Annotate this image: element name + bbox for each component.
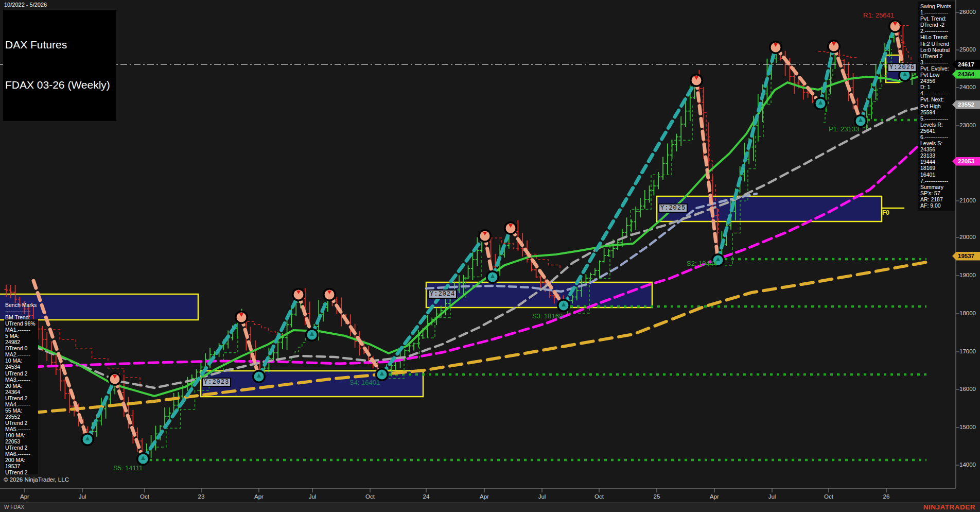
pivot-high-marker[interactable] bbox=[323, 288, 336, 301]
instrument-name: DAX Futures bbox=[5, 38, 110, 52]
price-axis-tick-label[interactable]: 15000 bbox=[959, 424, 976, 430]
bench-marks-panel: Bench Marks--------------BM Trend:UTrend… bbox=[5, 302, 39, 475]
ma-100-line[interactable] bbox=[33, 138, 926, 367]
price-badge-200-MA: 19537 bbox=[952, 252, 980, 261]
pivot-level-label: S4: 16401 bbox=[349, 379, 380, 386]
pivot-high-marker[interactable] bbox=[292, 288, 305, 301]
pivot-high-marker[interactable] bbox=[478, 229, 492, 243]
year-box-label[interactable]: Y:2024 bbox=[428, 289, 457, 299]
price-axis-tick-label[interactable]: 25000 bbox=[959, 46, 976, 53]
panel-line: Pvt Low bbox=[920, 72, 955, 78]
time-axis-tick-label[interactable]: Oct bbox=[140, 493, 149, 500]
time-axis-tick-label[interactable]: Apr bbox=[254, 493, 264, 500]
time-axis-tick-label[interactable]: Jul bbox=[309, 493, 317, 500]
pivot-level-label: S3: 18169 bbox=[532, 312, 563, 320]
panel-line: 19444 bbox=[920, 159, 955, 165]
time-axis-tick-label[interactable]: Oct bbox=[824, 493, 833, 500]
time-axis-tick-label[interactable]: Jul bbox=[79, 493, 86, 500]
pivot-high-marker[interactable] bbox=[690, 74, 703, 87]
panel-line: Levels S: bbox=[920, 140, 955, 146]
price-axis-tick-label[interactable]: 18000 bbox=[959, 310, 976, 316]
time-axis-tick-label[interactable]: Jul bbox=[768, 493, 776, 500]
pivot-level-label: R1: 25641 bbox=[863, 11, 894, 19]
time-axis-tick-label[interactable]: 23 bbox=[198, 493, 205, 500]
swing-up-line[interactable] bbox=[87, 379, 115, 439]
swing-up-line[interactable] bbox=[718, 47, 776, 260]
swing-down-line[interactable] bbox=[241, 317, 259, 377]
year-box-label[interactable]: Y:2025 bbox=[658, 203, 688, 213]
hilo-step-up-line bbox=[725, 72, 771, 265]
year-box-label[interactable]: Y:2026 bbox=[887, 63, 917, 72]
time-axis-tick-label[interactable]: Oct bbox=[594, 493, 604, 500]
chart-tab-label[interactable]: W FDAX bbox=[4, 504, 24, 510]
time-axis-tick-label[interactable]: 25 bbox=[654, 493, 660, 500]
panel-line: 24356 bbox=[920, 78, 955, 84]
panel-line: 3.------------- bbox=[920, 59, 955, 65]
panel-line: 5.------------- bbox=[920, 115, 955, 122]
panel-line: 22053 bbox=[5, 438, 39, 445]
ma-20-line[interactable] bbox=[33, 77, 919, 396]
time-axis-tick-label[interactable]: 26 bbox=[883, 493, 890, 500]
panel-line: AF: 9.00 bbox=[920, 202, 955, 209]
panel-line: Hi:2 UTrend bbox=[920, 41, 955, 47]
panel-line: 10 MA: bbox=[5, 357, 39, 364]
panel-line: MA5.------- bbox=[5, 426, 39, 432]
swing-up-line[interactable] bbox=[820, 46, 834, 104]
panel-line: DTrend 0 bbox=[5, 345, 39, 351]
price-axis-tick-label[interactable]: 23000 bbox=[959, 122, 976, 128]
time-axis-tick-label[interactable]: 24 bbox=[423, 493, 430, 500]
pivot-low-marker[interactable] bbox=[305, 328, 319, 342]
swing-up-line[interactable] bbox=[259, 295, 299, 377]
pivot-high-marker[interactable] bbox=[504, 221, 517, 235]
panel-line: 24356 bbox=[920, 146, 955, 152]
panel-line: Pvt. Evolve: bbox=[920, 65, 955, 72]
panel-line: UTrend 2 bbox=[5, 420, 39, 426]
panel-line: AR: 2187 bbox=[920, 196, 955, 202]
pivot-low-marker[interactable] bbox=[252, 370, 266, 383]
swing-down-line[interactable] bbox=[696, 80, 718, 260]
pivot-high-marker[interactable] bbox=[769, 41, 782, 54]
panel-line: UTrend 2 bbox=[920, 53, 955, 59]
price-axis-tick-label[interactable]: 17000 bbox=[959, 348, 976, 354]
swing-down-line[interactable] bbox=[776, 47, 820, 104]
pivot-high-marker[interactable] bbox=[827, 40, 841, 53]
price-chart-plot[interactable] bbox=[0, 0, 980, 512]
pivot-low-marker[interactable] bbox=[557, 299, 570, 312]
panel-line: 25594 bbox=[920, 109, 955, 115]
ma-55-line[interactable] bbox=[33, 105, 932, 388]
panel-line: 18169 bbox=[920, 165, 955, 171]
panel-line: Pvt. Trend: bbox=[920, 15, 955, 22]
swing-up-line[interactable] bbox=[564, 80, 696, 305]
pivot-low-marker[interactable] bbox=[814, 97, 827, 110]
panel-line: Pvt High bbox=[920, 103, 955, 109]
pivot-low-marker[interactable] bbox=[81, 433, 94, 446]
time-axis-tick-label[interactable]: Apr bbox=[710, 493, 719, 500]
panel-line: Swing Pivots bbox=[920, 3, 955, 9]
instrument-title-box: DAX Futures FDAX 03-26 (Weekly) bbox=[3, 10, 116, 121]
panel-line: 16401 bbox=[920, 172, 955, 178]
price-axis-tick-label[interactable]: 14000 bbox=[959, 462, 976, 468]
panel-line: SP's: 57 bbox=[920, 190, 955, 196]
panel-line: Levels R: bbox=[920, 122, 955, 128]
panel-line: MA4.------- bbox=[5, 401, 39, 407]
time-axis-tick-label[interactable]: Jul bbox=[538, 493, 546, 500]
panel-line: MA6.------- bbox=[5, 451, 39, 457]
price-axis-tick-label[interactable]: 24000 bbox=[959, 84, 976, 90]
pivot-low-marker[interactable] bbox=[486, 270, 499, 284]
swing-up-line[interactable] bbox=[493, 228, 511, 277]
pivot-high-marker[interactable] bbox=[235, 311, 248, 324]
panel-line: Pvt. Next: bbox=[920, 96, 955, 103]
time-axis-tick-label[interactable]: Apr bbox=[20, 493, 29, 500]
year-range-box[interactable] bbox=[657, 196, 882, 221]
price-badge-55-MA: 23552 bbox=[952, 100, 980, 109]
price-axis-tick-label[interactable]: 26000 bbox=[959, 9, 976, 15]
price-axis-tick-label[interactable]: 20000 bbox=[959, 234, 976, 240]
time-axis-tick-label[interactable]: Apr bbox=[480, 493, 489, 500]
price-axis-tick-label[interactable]: 19000 bbox=[959, 272, 976, 278]
price-axis-tick-label[interactable]: 16000 bbox=[959, 386, 976, 392]
pivot-high-marker[interactable] bbox=[108, 372, 121, 386]
time-axis-tick-label[interactable]: Oct bbox=[365, 493, 375, 500]
price-axis-tick-label[interactable]: 21000 bbox=[959, 197, 976, 203]
panel-line: Lo:0 Neutral bbox=[920, 47, 955, 53]
year-box-label[interactable]: Y:2023 bbox=[202, 378, 231, 387]
